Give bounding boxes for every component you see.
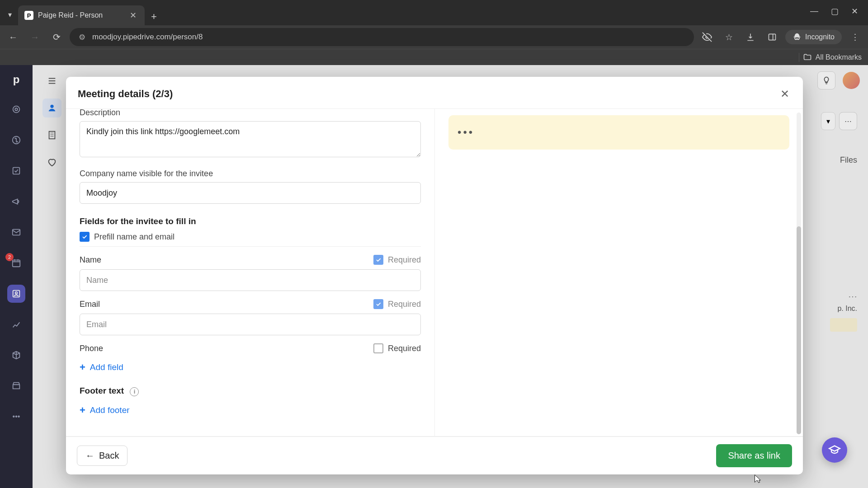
field-label: Email: [80, 300, 100, 309]
window-minimize-button[interactable]: —: [810, 6, 818, 16]
required-label: Required: [388, 255, 421, 265]
company-input[interactable]: [80, 182, 421, 204]
nav-back-button[interactable]: ←: [5, 28, 22, 46]
arrow-left-icon: ←: [85, 450, 94, 461]
meeting-details-modal: Meeting details (2/3) ✕ Description Comp…: [66, 77, 803, 474]
address-bar[interactable]: ⚙ moodjoy.pipedrive.com/person/8: [70, 28, 694, 46]
window-close-button[interactable]: ✕: [851, 6, 858, 16]
field-input-email[interactable]: [80, 314, 421, 335]
svg-rect-0: [769, 34, 776, 40]
tab-title: Paige Reid - Person: [38, 11, 103, 19]
prefill-label: Prefill name and email: [94, 232, 175, 242]
modal-title: Meeting details (2/3): [78, 88, 173, 100]
required-checkbox[interactable]: [373, 255, 383, 265]
plus-icon: +: [80, 361, 85, 373]
field-label: Phone: [80, 344, 103, 353]
all-bookmarks-button[interactable]: All Bookmarks: [816, 53, 862, 61]
url-text: moodjoy.pipedrive.com/person/8: [92, 33, 203, 42]
browser-tab[interactable]: P Paige Reid - Person ✕: [18, 5, 145, 25]
company-label: Company name visible for the invitee: [80, 169, 421, 178]
modal-preview-panel: •••: [434, 109, 803, 436]
site-settings-icon[interactable]: ⚙: [77, 32, 87, 42]
bookmark-star-icon[interactable]: ☆: [720, 28, 737, 46]
incognito-label: Incognito: [805, 33, 835, 41]
add-field-label: Add field: [90, 362, 123, 372]
description-label: Description: [80, 109, 421, 117]
prefill-checkbox[interactable]: [80, 232, 90, 242]
required-label: Required: [388, 300, 421, 309]
share-as-link-button[interactable]: Share as link: [716, 444, 792, 467]
share-label: Share as link: [728, 450, 780, 460]
graduation-cap-icon: [828, 444, 841, 456]
bookmarks-bar: All Bookmarks: [0, 49, 868, 65]
info-icon[interactable]: i: [130, 387, 139, 396]
tab-search-button[interactable]: ▾: [2, 6, 18, 23]
sidepanel-icon[interactable]: [764, 28, 781, 46]
browser-menu-button[interactable]: ⋮: [846, 28, 863, 46]
plus-icon: +: [80, 404, 85, 416]
eye-off-icon[interactable]: [698, 28, 716, 46]
nav-forward-button[interactable]: →: [26, 28, 43, 46]
modal-close-button[interactable]: ✕: [778, 86, 791, 102]
folder-icon: [803, 53, 812, 62]
back-label: Back: [99, 450, 119, 461]
add-field-button[interactable]: + Add field: [80, 361, 421, 373]
back-button[interactable]: ← Back: [77, 446, 127, 466]
browser-toolbar: ← → ⟳ ⚙ moodjoy.pipedrive.com/person/8 ☆…: [0, 25, 868, 49]
downloads-icon[interactable]: [742, 28, 759, 46]
preview-placeholder: •••: [458, 126, 474, 139]
browser-titlebar: ▾ P Paige Reid - Person ✕ + — ▢ ✕: [0, 0, 868, 25]
help-fab[interactable]: [822, 437, 847, 463]
add-footer-label: Add footer: [90, 405, 130, 415]
required-checkbox[interactable]: [373, 343, 383, 353]
required-label: Required: [388, 344, 421, 353]
new-tab-button[interactable]: +: [151, 11, 157, 23]
tab-close-button[interactable]: ✕: [128, 10, 138, 20]
incognito-chip[interactable]: Incognito: [785, 30, 842, 44]
fields-section-heading: Fields for the invitee to fill in: [80, 216, 421, 226]
nav-reload-button[interactable]: ⟳: [48, 28, 65, 46]
favicon-icon: P: [24, 11, 33, 20]
description-input[interactable]: [80, 121, 421, 157]
add-footer-button[interactable]: + Add footer: [80, 404, 421, 416]
preview-card: •••: [448, 115, 789, 150]
required-checkbox[interactable]: [373, 299, 383, 309]
modal-form-panel: Description Company name visible for the…: [66, 109, 434, 436]
field-input-name[interactable]: [80, 269, 421, 291]
footer-section-heading: Footer text i: [80, 386, 421, 396]
field-label: Name: [80, 255, 101, 265]
preview-scrollbar-thumb[interactable]: [797, 226, 801, 434]
window-maximize-button[interactable]: ▢: [831, 6, 839, 16]
